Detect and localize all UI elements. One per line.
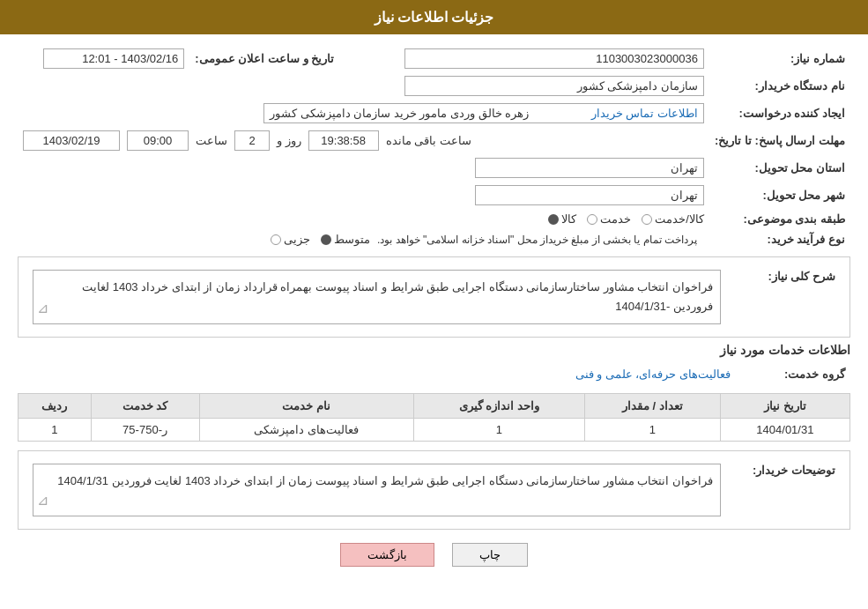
deadline-label: مهلت ارسال پاسخ: تا تاریخ: <box>709 127 850 154</box>
province-value: تهران <box>18 154 709 182</box>
category-option-service[interactable]: خدمت <box>587 212 631 226</box>
announce-date-input: 1403/02/16 - 12:01 <box>43 48 184 69</box>
cell-quantity: 1 <box>584 419 720 442</box>
category-label: طبقه بندی موضوعی: <box>709 209 850 229</box>
announce-date-value: 1403/02/16 - 12:01 <box>18 45 189 72</box>
category-radio-circle-goods <box>548 214 559 225</box>
need-number-label: شماره نیاز: <box>709 45 850 72</box>
service-group-value: فعالیت‌های حرفه‌ای، علمی و فنی <box>18 364 736 384</box>
cell-service-code: ر-750-75 <box>91 419 199 442</box>
deadline-time-input: 09:00 <box>127 130 189 151</box>
page-title: جزئیات اطلاعات نیاز <box>375 10 494 25</box>
process-radio-medium: متوسط <box>334 233 370 246</box>
need-number-input: 1103003023000036 <box>404 48 704 69</box>
need-desc-label: شرح کلی نیاز: <box>726 266 841 328</box>
process-radio-circle-minor <box>271 234 281 245</box>
need-description-section: شرح کلی نیاز: فراخوان انتخاب مشاور ساختا… <box>18 256 850 338</box>
category-radio-service: خدمت <box>600 212 631 226</box>
back-button[interactable]: بازگشت <box>340 543 434 567</box>
need-number-value: 1103003023000036 <box>357 45 709 72</box>
button-row: چاپ بازگشت <box>18 543 850 567</box>
col-header-row-num: ردیف <box>19 394 92 419</box>
buyer-desc-label: توضیحات خریدار: <box>726 460 841 520</box>
process-radio-circle-medium <box>321 234 331 245</box>
table-row: 1404/01/31 1 1 فعالیت‌های دامپزشکی ر-750… <box>19 419 850 442</box>
buyer-resize-icon: ⊿ <box>37 488 48 512</box>
print-button[interactable]: چاپ <box>452 543 528 567</box>
category-radio-circle-service <box>587 214 597 225</box>
deadline-date-input: 1403/02/19 <box>23 130 120 151</box>
buyer-org-label: نام دستگاه خریدار: <box>709 72 850 100</box>
resize-icon: ⊿ <box>37 296 48 320</box>
province-label: استان محل تحویل: <box>709 154 850 182</box>
cell-date: 1404/01/31 <box>720 419 849 442</box>
city-label: شهر محل تحویل: <box>709 182 850 209</box>
province-input: تهران <box>475 158 704 178</box>
deadline-days-label: روز و <box>277 134 301 147</box>
deadline-remaining-label: ساعت باقی مانده <box>386 134 471 147</box>
creator-value: اطلاعات تماس خریدار زهره خالق وردی مامور… <box>18 100 709 127</box>
buyer-desc-section: توضیحات خریدار: فراخوان انتخاب مشاور ساخ… <box>18 450 850 530</box>
process-option-medium[interactable]: متوسط <box>321 233 370 246</box>
col-header-unit: واحد اندازه گیری <box>413 394 584 419</box>
cell-row-num: 1 <box>19 419 92 442</box>
city-value: تهران <box>18 182 709 209</box>
buyer-description-box: فراخوان انتخاب مشاور ساختارسازمانی دستگا… <box>33 464 721 516</box>
col-header-date: تاریخ نیاز <box>720 394 849 419</box>
cell-unit: 1 <box>413 419 584 442</box>
process-option-minor[interactable]: جزیی <box>271 233 310 246</box>
deadline-time-label: ساعت <box>196 134 227 147</box>
services-section-label: اطلاعات خدمات مورد نیاز <box>18 343 850 357</box>
cell-service-name: فعالیت‌های دامپزشکی <box>199 419 413 442</box>
main-info-table: شماره نیاز: 1103003023000036 تاریخ و ساع… <box>18 45 850 249</box>
announce-date-label: تاریخ و ساعت اعلان عمومی: <box>189 45 339 72</box>
process-note: پرداخت تمام یا بخشی از مبلغ خریداز محل "… <box>377 234 697 246</box>
services-section: اطلاعات خدمات مورد نیاز گروه خدمت: فعالی… <box>18 343 850 442</box>
service-group-label: گروه خدمت: <box>736 364 850 384</box>
service-group-link[interactable]: فعالیت‌های حرفه‌ای، علمی و فنی <box>575 368 731 381</box>
buyer-desc-text: فراخوان انتخاب مشاور ساختارسازمانی دستگا… <box>57 474 713 487</box>
process-radio-group: متوسط جزیی <box>271 233 370 246</box>
col-header-service-name: نام خدمت <box>199 394 413 419</box>
process-label: نوع فرآیند خرید: <box>709 229 850 249</box>
col-header-quantity: تعداد / مقدار <box>584 394 720 419</box>
buyer-org-value: سازمان دامپزشکی کشور <box>18 72 709 100</box>
category-radio-goods: کالا <box>561 212 576 226</box>
category-radio-circle-goods-service <box>642 214 652 225</box>
deadline-days-input: 2 <box>234 130 270 151</box>
creator-input: اطلاعات تماس خریدار زهره خالق وردی مامور… <box>263 103 704 123</box>
category-radio-goods-service: کالا/خدمت <box>655 212 704 226</box>
col-header-service-code: کد خدمت <box>91 394 199 419</box>
creator-link[interactable]: اطلاعات تماس خریدار <box>591 107 698 120</box>
category-radio-group: کالا/خدمت خدمت کالا <box>548 212 704 226</box>
page-header: جزئیات اطلاعات نیاز <box>0 0 868 34</box>
need-desc-table: شرح کلی نیاز: فراخوان انتخاب مشاور ساختا… <box>27 266 841 328</box>
category-value: کالا/خدمت خدمت کالا <box>18 209 709 229</box>
services-data-table: تاریخ نیاز تعداد / مقدار واحد اندازه گیر… <box>18 393 850 442</box>
process-value: متوسط جزیی پرداخت تمام یا بخشی از مبلغ خ… <box>18 229 709 249</box>
need-desc-text: فراخوان انتخاب مشاور ساختارسازمانی دستگا… <box>82 280 713 313</box>
creator-label: ایجاد کننده درخواست: <box>709 100 850 127</box>
city-input: تهران <box>475 185 704 205</box>
buyer-desc-table: توضیحات خریدار: فراخوان انتخاب مشاور ساخ… <box>27 460 841 520</box>
buyer-desc-value: فراخوان انتخاب مشاور ساختارسازمانی دستگا… <box>27 460 726 520</box>
process-radio-minor: جزیی <box>284 233 310 246</box>
category-option-goods-service[interactable]: کالا/خدمت <box>642 212 704 226</box>
category-option-goods[interactable]: کالا <box>548 212 576 226</box>
deadline-row: ساعت باقی مانده 19:38:58 روز و 2 ساعت 09… <box>18 127 709 154</box>
need-desc-value: فراخوان انتخاب مشاور ساختارسازمانی دستگا… <box>27 266 726 328</box>
creator-name: زهره خالق وردی مامور خرید سازمان دامپزشک… <box>270 107 529 120</box>
buyer-org-input: سازمان دامپزشکی کشور <box>404 76 704 96</box>
service-group-table: گروه خدمت: فعالیت‌های حرفه‌ای، علمی و فن… <box>18 364 850 384</box>
deadline-remaining-input: 19:38:58 <box>308 130 379 151</box>
need-description-box: فراخوان انتخاب مشاور ساختارسازمانی دستگا… <box>33 270 721 324</box>
